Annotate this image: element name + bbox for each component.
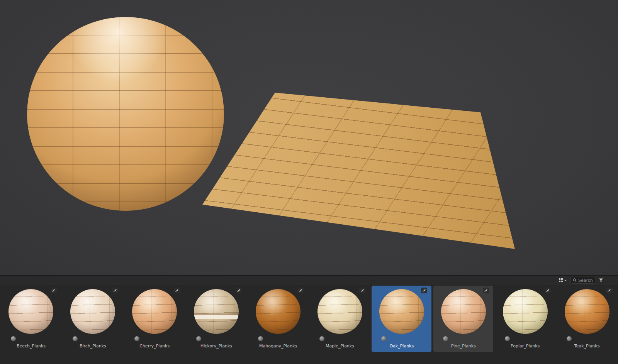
filter-button[interactable]: [598, 278, 604, 283]
preview-sphere-object[interactable]: [27, 17, 224, 211]
asset-label: Maple_Planks: [310, 344, 370, 349]
asset-item[interactable]: Poplar_Planks: [495, 286, 555, 352]
edit-badge-icon[interactable]: [421, 288, 427, 293]
asset-label: Oak_Planks: [372, 344, 431, 349]
asset-label: Poplar_Planks: [495, 344, 555, 349]
material-thumbnail: [70, 289, 115, 334]
asset-label: Mahogany_Planks: [248, 344, 308, 349]
asset-label: Hickory_Planks: [187, 344, 246, 349]
chevron-down-icon: [564, 279, 567, 282]
search-box[interactable]: [570, 277, 595, 284]
edit-badge-icon[interactable]: [606, 288, 613, 293]
edit-badge-icon[interactable]: [297, 288, 304, 293]
material-icon: [381, 336, 386, 341]
material-icon: [443, 336, 448, 341]
edit-badge-icon[interactable]: [483, 288, 489, 293]
asset-label: Cherry_Planks: [125, 344, 185, 349]
asset-item[interactable]: Beech_Planks: [1, 286, 61, 352]
material-icon: [11, 336, 16, 341]
material-thumbnail: [132, 289, 177, 334]
material-icon: [258, 336, 263, 341]
ground-plane-object[interactable]: [202, 93, 515, 249]
material-thumbnail: [503, 289, 548, 334]
asset-grid: Beech_Planks Birch_Planks Cherry_Planks …: [0, 285, 618, 352]
material-icon: [505, 336, 510, 341]
material-icon: [134, 336, 139, 341]
filter-icon: [599, 278, 603, 283]
grid-display-icon: [559, 278, 563, 283]
asset-label: Pine_Planks: [433, 344, 493, 349]
display-mode-button[interactable]: [558, 278, 568, 283]
asset-label: Teak_Planks: [557, 344, 617, 349]
material-icon: [567, 336, 572, 341]
material-thumbnail: [441, 289, 486, 334]
edit-badge-icon[interactable]: [545, 288, 551, 293]
asset-label: Beech_Planks: [1, 344, 61, 349]
asset-shelf-header: [0, 275, 618, 285]
asset-item[interactable]: Oak_Planks: [372, 286, 431, 352]
asset-item[interactable]: Hickory_Planks: [187, 286, 246, 352]
search-input[interactable]: [578, 278, 593, 283]
material-thumbnail: [194, 289, 239, 334]
asset-shelf: Beech_Planks Birch_Planks Cherry_Planks …: [0, 285, 618, 364]
asset-item[interactable]: Teak_Planks: [557, 286, 617, 352]
material-icon: [196, 336, 201, 341]
3d-viewport[interactable]: [0, 0, 618, 275]
material-thumbnail: [565, 289, 610, 334]
asset-item[interactable]: Maple_Planks: [310, 286, 370, 352]
material-thumbnail: [317, 289, 362, 334]
edit-badge-icon[interactable]: [359, 288, 365, 293]
search-icon: [573, 278, 577, 282]
asset-label: Birch_Planks: [63, 344, 123, 349]
material-icon: [319, 336, 324, 341]
asset-item[interactable]: Mahogany_Planks: [248, 286, 308, 352]
material-thumbnail: [256, 289, 301, 334]
edit-badge-icon[interactable]: [174, 288, 180, 293]
material-icon: [73, 336, 78, 341]
asset-item[interactable]: Pine_Planks: [433, 286, 493, 352]
material-thumbnail: [8, 289, 53, 334]
edit-badge-icon[interactable]: [112, 288, 119, 293]
edit-badge-icon[interactable]: [236, 288, 242, 293]
edit-badge-icon[interactable]: [51, 288, 57, 293]
material-thumbnail: [379, 289, 424, 334]
asset-item[interactable]: Birch_Planks: [63, 286, 123, 352]
asset-item[interactable]: Cherry_Planks: [125, 286, 185, 352]
